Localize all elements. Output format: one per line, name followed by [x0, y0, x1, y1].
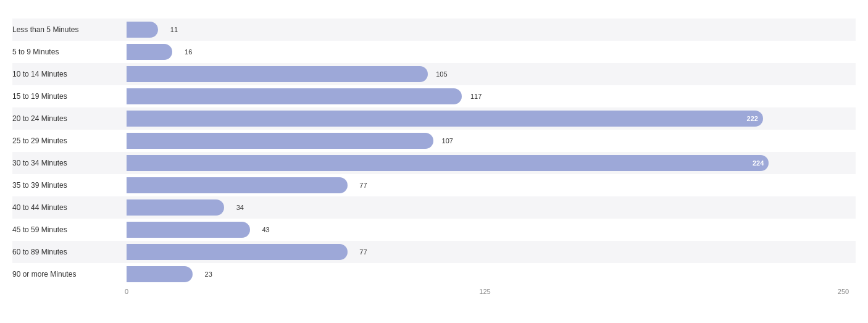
- bar-row: 45 to 59 Minutes43: [12, 219, 856, 241]
- bar-value: 107: [442, 137, 453, 145]
- bar: 222: [127, 111, 763, 127]
- bar-area: 224: [127, 152, 856, 174]
- bar-value: 77: [359, 248, 367, 256]
- bar: 117: [127, 88, 462, 104]
- bar-row: 60 to 89 Minutes77: [12, 241, 856, 263]
- bar-label: 5 to 9 Minutes: [12, 48, 127, 56]
- bar-row: 15 to 19 Minutes117: [12, 85, 856, 107]
- bar-label: 35 to 39 Minutes: [12, 181, 127, 190]
- bar-area: 34: [127, 196, 856, 219]
- bar: 16: [127, 44, 172, 60]
- bar-label: 90 or more Minutes: [12, 270, 127, 279]
- bar-row: 10 to 14 Minutes105: [12, 63, 856, 85]
- bar-value: 34: [236, 204, 244, 211]
- bars-wrapper: Less than 5 Minutes115 to 9 Minutes1610 …: [12, 19, 856, 285]
- bar-label: 40 to 44 Minutes: [12, 203, 127, 212]
- bar-label: 60 to 89 Minutes: [12, 248, 127, 256]
- bar-value: 16: [185, 48, 192, 56]
- bar-row: 35 to 39 Minutes77: [12, 174, 856, 196]
- bar: 23: [127, 266, 193, 282]
- bar: 34: [127, 199, 224, 216]
- bar-row: 25 to 29 Minutes107: [12, 130, 856, 152]
- bar-value: 11: [170, 26, 178, 33]
- x-axis: 0125250: [127, 288, 856, 300]
- bar-label: 15 to 19 Minutes: [12, 92, 127, 101]
- bar-row: 30 to 34 Minutes224: [12, 152, 856, 174]
- bar-label: 45 to 59 Minutes: [12, 225, 127, 234]
- bar-area: 43: [127, 219, 856, 241]
- bar: 105: [127, 66, 428, 82]
- bar-label: Less than 5 Minutes: [12, 25, 127, 34]
- x-axis-tick: 125: [479, 288, 490, 295]
- bar-area: 107: [127, 130, 856, 152]
- bar-row: 40 to 44 Minutes34: [12, 196, 856, 219]
- bar-value: 224: [753, 159, 764, 167]
- bar-row: Less than 5 Minutes11: [12, 19, 856, 41]
- bar-area: 77: [127, 241, 856, 263]
- bar-value: 43: [262, 226, 269, 233]
- bar-area: 16: [127, 41, 856, 63]
- bar-label: 25 to 29 Minutes: [12, 136, 127, 145]
- bar: 77: [127, 244, 348, 260]
- bar-row: 5 to 9 Minutes16: [12, 41, 856, 63]
- bar-row: 20 to 24 Minutes222: [12, 107, 856, 130]
- bar: 107: [127, 133, 433, 149]
- x-axis-tick: 250: [838, 288, 849, 295]
- bar-area: 105: [127, 63, 856, 85]
- bar-value: 77: [359, 182, 367, 189]
- bar-area: 77: [127, 174, 856, 196]
- bar: 224: [127, 155, 769, 171]
- bar: 77: [127, 177, 348, 193]
- bar-row: 90 or more Minutes23: [12, 263, 856, 285]
- bar-label: 10 to 14 Minutes: [12, 70, 127, 78]
- bar-area: 11: [127, 19, 856, 41]
- bar: 43: [127, 222, 250, 238]
- bar-area: 23: [127, 263, 856, 285]
- bar: 11: [127, 22, 158, 38]
- bar-value: 105: [436, 70, 447, 78]
- chart-container: Less than 5 Minutes115 to 9 Minutes1610 …: [0, 0, 868, 323]
- bar-value: 117: [470, 93, 482, 100]
- bar-value: 222: [747, 115, 758, 122]
- bar-value: 23: [205, 271, 212, 278]
- bar-area: 117: [127, 85, 856, 107]
- x-axis-tick: 0: [125, 288, 128, 295]
- bar-area: 222: [127, 107, 856, 130]
- bar-label: 20 to 24 Minutes: [12, 114, 127, 123]
- bar-label: 30 to 34 Minutes: [12, 159, 127, 167]
